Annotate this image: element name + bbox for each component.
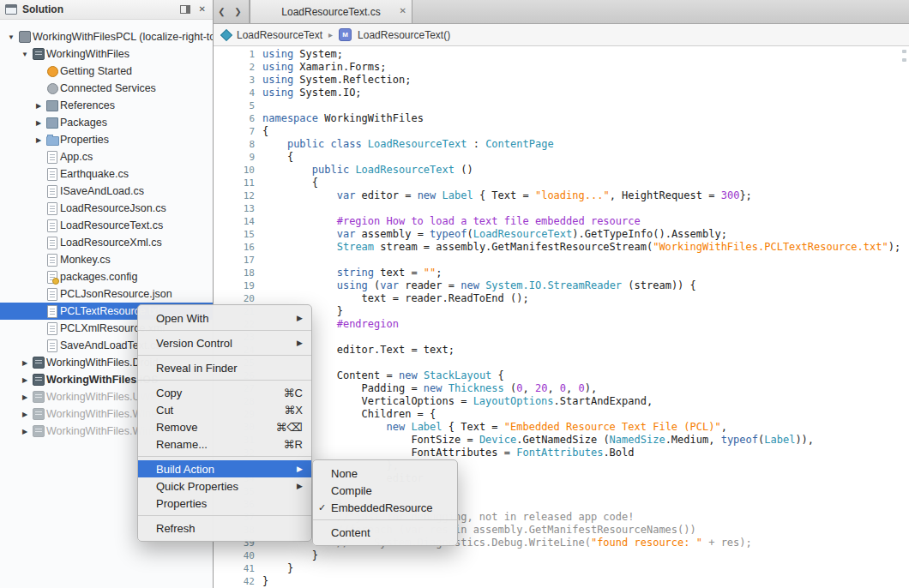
collapse-expander-icon[interactable]: ▼	[5, 33, 17, 41]
code-line-1[interactable]: 1using System;	[214, 48, 909, 61]
menu-item-version-control[interactable]: Version Control▶	[138, 334, 311, 351]
line-number[interactable]: 18	[214, 267, 262, 279]
line-number[interactable]: 1	[214, 48, 262, 61]
tree-item-packages[interactable]: ▶Packages	[0, 114, 213, 131]
line-number[interactable]: 17	[214, 254, 262, 267]
close-panel-icon[interactable]: ✕	[199, 5, 206, 14]
code-line-23[interactable]: 23	[214, 331, 909, 344]
line-number[interactable]: 19	[214, 279, 262, 292]
line-number[interactable]: 6	[214, 112, 262, 125]
tree-item-references[interactable]: ▶References	[0, 97, 213, 114]
tab-close-icon[interactable]: ✕	[400, 6, 406, 16]
line-number[interactable]: 11	[214, 177, 262, 189]
editor-scroll-strip[interactable]	[902, 50, 907, 588]
line-number[interactable]: 41	[214, 562, 262, 575]
breadcrumb-method[interactable]: LoadResourceText()	[358, 29, 450, 41]
code-line-40[interactable]: 40 }	[214, 549, 909, 562]
line-number[interactable]: 13	[214, 202, 262, 215]
code-line-13[interactable]: 13	[214, 202, 909, 215]
code-line-18[interactable]: 18 string text = "";	[214, 267, 909, 279]
navigate-forward-icon[interactable]: ❯	[230, 7, 246, 16]
code-line-16[interactable]: 16 Stream stream = assembly.GetManifestR…	[214, 241, 909, 254]
code-line-22[interactable]: 22 #endregion	[214, 318, 909, 331]
tree-item-earthquake-cs[interactable]: Earthquake.cs	[0, 165, 213, 183]
code-line-26[interactable]: 26 Content = new StackLayout {	[214, 369, 909, 382]
code-line-41[interactable]: 41 }	[214, 562, 909, 575]
dock-panel-icon[interactable]	[180, 5, 190, 14]
menu-item-quick-properties[interactable]: Quick Properties▶	[138, 477, 311, 495]
menu-item-embeddedresource[interactable]: ✓EmbeddedResource	[313, 499, 457, 516]
menu-item-remove[interactable]: Remove⌘⌫	[138, 418, 311, 435]
code-line-25[interactable]: 25	[214, 357, 909, 369]
menu-item-properties[interactable]: Properties	[138, 495, 311, 512]
tree-item-workingwithfilespcl-localize-right-to-lef[interactable]: ▼WorkingWithFilesPCL (localize-right-to-…	[0, 28, 213, 45]
line-number[interactable]: 3	[214, 74, 262, 87]
line-number[interactable]: 20	[214, 292, 262, 305]
code-line-32[interactable]: 32 FontAttributes = FontAttributes.Bold	[214, 447, 909, 459]
menu-item-content[interactable]: Content	[313, 524, 457, 541]
code-line-27[interactable]: 27 Padding = new Thickness (0, 20, 0, 0)…	[214, 382, 909, 395]
line-number[interactable]: 7	[214, 125, 262, 138]
breadcrumb-class[interactable]: LoadResourceText	[237, 29, 322, 41]
code-line-14[interactable]: 14 #region How to load a text file embed…	[214, 215, 909, 228]
code-line-5[interactable]: 5	[214, 99, 909, 112]
menu-item-cut[interactable]: Cut⌘X	[138, 401, 311, 418]
menu-item-copy[interactable]: Copy⌘C	[138, 384, 311, 401]
menu-item-compile[interactable]: Compile	[313, 482, 457, 499]
code-line-6[interactable]: 6namespace WorkingWithFiles	[214, 112, 909, 125]
menu-item-reveal-in-finder[interactable]: Reveal in Finder	[138, 359, 311, 376]
tree-item-workingwithfiles[interactable]: ▼WorkingWithFiles	[0, 45, 213, 63]
line-number[interactable]: 2	[214, 61, 262, 74]
tree-item-loadresourcejson-cs[interactable]: LoadResourceJson.cs	[0, 200, 213, 217]
code-line-30[interactable]: 30 new Label { Text = "Embedded Resource…	[214, 421, 909, 434]
code-line-20[interactable]: 20 text = reader.ReadToEnd ();	[214, 292, 909, 305]
tree-item-isaveandload-cs[interactable]: ISaveAndLoad.cs	[0, 183, 213, 200]
tree-item-monkey-cs[interactable]: Monkey.cs	[0, 251, 213, 268]
expand-expander-icon[interactable]: ▶	[19, 393, 31, 401]
line-number[interactable]: 12	[214, 189, 262, 202]
expand-expander-icon[interactable]: ▶	[19, 359, 31, 367]
code-line-10[interactable]: 10 public LoadResourceText ()	[214, 164, 909, 177]
expand-expander-icon[interactable]: ▶	[19, 428, 31, 435]
navigate-back-icon[interactable]: ❮	[214, 7, 230, 16]
line-number[interactable]: 8	[214, 138, 262, 151]
tree-item-pcljsonresource-json[interactable]: PCLJsonResource.json	[0, 285, 213, 303]
line-number[interactable]: 42	[214, 575, 262, 588]
line-number[interactable]: 16	[214, 241, 262, 254]
tab-loadresourcetext[interactable]: LoadResourceText.cs ✕	[250, 0, 412, 23]
menu-item-open-with[interactable]: Open With▶	[138, 309, 311, 327]
expand-expander-icon[interactable]: ▶	[19, 411, 31, 418]
code-line-9[interactable]: 9 {	[214, 151, 909, 164]
menu-item-build-action[interactable]: Build Action▶	[138, 460, 311, 477]
line-number[interactable]: 4	[214, 87, 262, 99]
code-line-4[interactable]: 4using System.IO;	[214, 87, 909, 99]
expand-expander-icon[interactable]: ▶	[33, 102, 45, 110]
code-line-7[interactable]: 7{	[214, 125, 909, 138]
tree-item-loadresourcexml-cs[interactable]: LoadResourceXml.cs	[0, 234, 213, 251]
code-line-3[interactable]: 3using System.Reflection;	[214, 74, 909, 87]
code-line-8[interactable]: 8 public class LoadResourceText : Conten…	[214, 138, 909, 151]
menu-item-none[interactable]: None	[313, 465, 457, 482]
tree-item-properties[interactable]: ▶Properties	[0, 131, 213, 148]
code-line-29[interactable]: 29 Children = {	[214, 408, 909, 421]
code-line-11[interactable]: 11 {	[214, 177, 909, 189]
code-line-17[interactable]: 17	[214, 254, 909, 267]
tree-item-getting-started[interactable]: Getting Started	[0, 63, 213, 80]
menu-item-refresh[interactable]: Refresh	[138, 519, 311, 537]
code-line-2[interactable]: 2using Xamarin.Forms;	[214, 61, 909, 74]
code-line-21[interactable]: 21 }	[214, 305, 909, 318]
expand-expander-icon[interactable]: ▶	[33, 136, 45, 144]
code-line-28[interactable]: 28 VerticalOptions = LayoutOptions.Start…	[214, 395, 909, 408]
expand-expander-icon[interactable]: ▶	[19, 376, 31, 384]
code-line-24[interactable]: 24 editor.Text = text;	[214, 344, 909, 357]
code-line-31[interactable]: 31 FontSize = Device.GetNamedSize (Named…	[214, 434, 909, 447]
code-line-42[interactable]: 42}	[214, 575, 909, 588]
menu-item-rename[interactable]: Rename...⌘R	[138, 435, 311, 453]
tree-item-app-cs[interactable]: App.cs	[0, 148, 213, 165]
line-number[interactable]: 5	[214, 99, 262, 112]
code-line-19[interactable]: 19 using (var reader = new System.IO.Str…	[214, 279, 909, 292]
tree-item-packages-config[interactable]: packages.config	[0, 268, 213, 285]
expand-expander-icon[interactable]: ▶	[33, 119, 45, 127]
line-number[interactable]: 40	[214, 549, 262, 562]
line-number[interactable]: 9	[214, 151, 262, 164]
